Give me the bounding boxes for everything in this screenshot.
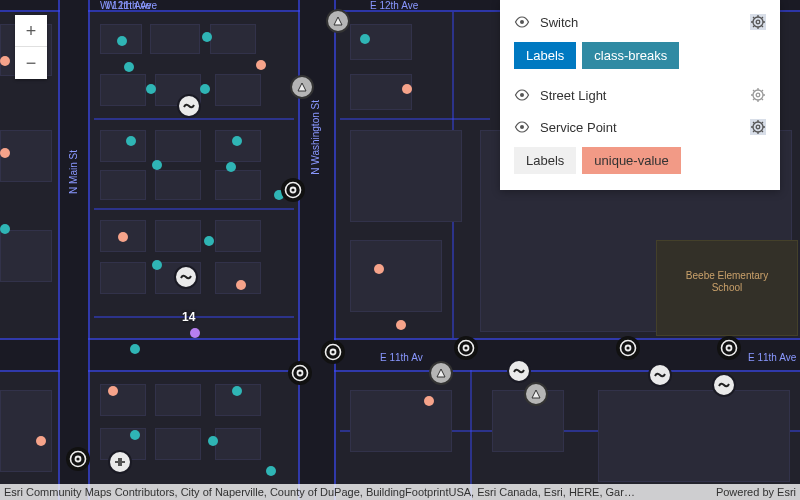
map-point	[0, 148, 10, 158]
map-point	[236, 280, 246, 290]
map-point	[152, 160, 162, 170]
svg-point-13	[76, 457, 79, 460]
svg-line-38	[753, 26, 754, 27]
eye-icon[interactable]	[514, 87, 530, 103]
svg-point-28	[727, 346, 730, 349]
layer-label: Service Point	[540, 120, 740, 135]
renderer-chip-classbreaks[interactable]: class-breaks	[582, 42, 679, 69]
streetlight-symbol	[290, 75, 314, 99]
attribution-powered[interactable]: Powered by Esri	[716, 484, 796, 500]
map-point	[117, 36, 127, 46]
svg-point-19	[331, 350, 334, 353]
svg-point-51	[520, 125, 524, 129]
map-point	[36, 436, 46, 446]
svg-point-25	[626, 346, 629, 349]
svg-line-39	[762, 17, 763, 18]
labels-chip[interactable]: Labels	[514, 147, 576, 174]
chips-row-servicepoint: Labels unique-value	[500, 143, 780, 184]
svg-marker-7	[532, 390, 540, 398]
zoom-in-button[interactable]: +	[15, 15, 47, 47]
layer-label: Street Light	[540, 88, 740, 103]
capacitor-symbol	[108, 450, 132, 474]
gear-icon[interactable]	[750, 119, 766, 135]
svg-line-61	[762, 122, 763, 123]
svg-point-53	[756, 125, 760, 129]
eye-icon[interactable]	[514, 119, 530, 135]
streetlight-symbol	[524, 382, 548, 406]
map-point	[374, 264, 384, 274]
map-point	[402, 84, 412, 94]
map-point	[0, 56, 10, 66]
map-point	[108, 386, 118, 396]
svg-point-16	[298, 371, 301, 374]
svg-point-52	[753, 122, 763, 132]
svg-line-59	[762, 131, 763, 132]
svg-point-41	[753, 90, 763, 100]
map-point	[130, 344, 140, 354]
map-point	[202, 32, 212, 42]
layer-row-servicepoint: Service Point	[500, 111, 780, 143]
svg-line-36	[753, 17, 754, 18]
zoom-out-button[interactable]: −	[15, 47, 47, 79]
map-point	[146, 84, 156, 94]
renderer-chip-uniquevalue[interactable]: unique-value	[582, 147, 680, 174]
servicepoint-symbol	[321, 340, 345, 364]
streetlight-symbol	[429, 361, 453, 385]
map-point	[204, 236, 214, 246]
svg-line-60	[753, 131, 754, 132]
switch-symbol	[174, 265, 198, 289]
map-point	[124, 62, 134, 72]
svg-point-31	[756, 20, 760, 24]
map-point	[200, 84, 210, 94]
map-point	[208, 436, 218, 446]
map-point	[126, 136, 136, 146]
attribution-text: Esri Community Maps Contributors, City o…	[4, 484, 635, 500]
svg-line-58	[753, 122, 754, 123]
switch-symbol	[177, 94, 201, 118]
svg-line-37	[762, 26, 763, 27]
servicepoint-symbol	[288, 361, 312, 385]
svg-point-40	[520, 93, 524, 97]
servicepoint-symbol	[281, 178, 305, 202]
svg-point-22	[464, 346, 467, 349]
map-point	[256, 60, 266, 70]
svg-marker-5	[298, 83, 306, 91]
map-point	[266, 466, 276, 476]
map-point	[232, 136, 242, 146]
switch-symbol	[507, 359, 531, 383]
map-point	[0, 224, 10, 234]
svg-marker-6	[437, 369, 445, 377]
svg-line-49	[753, 99, 754, 100]
svg-point-30	[753, 17, 763, 27]
svg-point-10	[291, 188, 294, 191]
map-point	[396, 320, 406, 330]
zoom-control: + −	[15, 15, 47, 79]
streetlight-symbol	[326, 9, 350, 33]
servicepoint-symbol	[717, 336, 741, 360]
map-point	[424, 396, 434, 406]
map-point	[152, 260, 162, 270]
svg-marker-4	[334, 17, 342, 25]
switch-symbol	[712, 373, 736, 397]
layer-row-streetlight: Street Light	[500, 79, 780, 111]
chips-row-switch: Labels class-breaks	[500, 38, 780, 79]
svg-line-47	[753, 90, 754, 91]
layer-label: Switch	[540, 15, 740, 30]
eye-icon[interactable]	[514, 14, 530, 30]
svg-point-29	[520, 20, 524, 24]
gear-icon[interactable]	[750, 14, 766, 30]
map-callout-14: 14	[182, 310, 195, 324]
servicepoint-symbol	[454, 336, 478, 360]
attribution-bar: Esri Community Maps Contributors, City o…	[0, 484, 800, 500]
svg-line-50	[762, 90, 763, 91]
layer-panel: Switch Labels class-breaks Street Light …	[500, 0, 780, 190]
svg-line-48	[762, 99, 763, 100]
map-point	[226, 162, 236, 172]
map-point	[232, 386, 242, 396]
labels-chip[interactable]: Labels	[514, 42, 576, 69]
servicepoint-symbol	[66, 447, 90, 471]
map-point	[190, 328, 200, 338]
map-point	[118, 232, 128, 242]
gear-icon[interactable]	[750, 87, 766, 103]
map-point	[130, 430, 140, 440]
